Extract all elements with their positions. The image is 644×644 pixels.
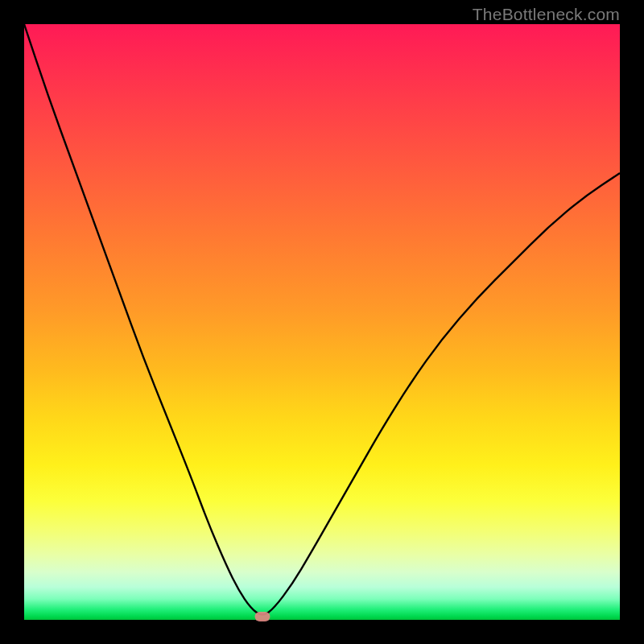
watermark-text: TheBottleneck.com: [473, 5, 620, 24]
bottleneck-curve: [24, 24, 620, 620]
optimum-marker: [255, 612, 270, 621]
bottleneck-curve-path: [24, 24, 620, 615]
chart-frame: TheBottleneck.com: [0, 0, 644, 644]
plot-area: [24, 24, 620, 620]
